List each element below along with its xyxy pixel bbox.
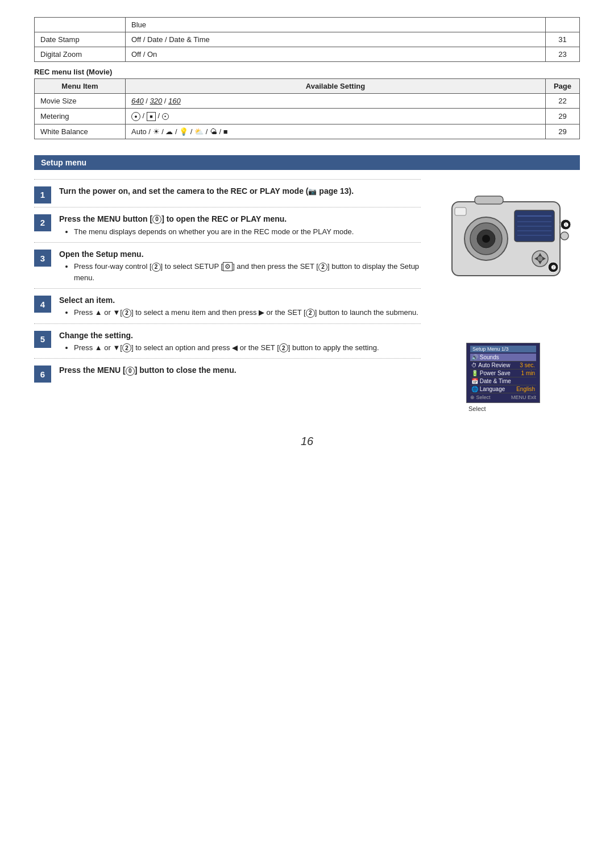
movie-row1-setting: 640 / 320 / 160	[126, 94, 546, 109]
step-3-bullets: Press four-way control [2] to select SET…	[68, 261, 421, 283]
movie-row3-item: White Balance	[35, 124, 126, 139]
svg-text:❷: ❷	[551, 264, 556, 271]
svg-text:❶: ❶	[563, 222, 569, 228]
step-5-bullets: Press ▲ or ▼[2] to select an option and …	[68, 342, 421, 354]
movie-row2-page: 29	[546, 109, 580, 124]
menu-screen-title: Setup Menu 1/3	[470, 346, 536, 352]
step-2-title: Press the MENU button [0] to open the RE…	[59, 214, 421, 224]
autoreview-val: 3 sec.	[520, 362, 535, 368]
movie-row2-item: Metering	[35, 109, 126, 124]
step-2-bullet-1: The menu displays depends on whether you…	[74, 226, 421, 238]
menu-screen-row-powersave: 🔋 Power Save 1 min	[470, 369, 536, 377]
menu-screen-row-language: 🌐 Language English	[470, 385, 536, 393]
svg-rect-6	[475, 196, 503, 204]
steps-area: 1 Turn the power on, and set the camera …	[34, 179, 580, 412]
top-row3-setting: Off / On	[126, 47, 546, 62]
step-1-content: Turn the power on, and set the camera to…	[59, 186, 421, 198]
menu-screen-row-datetime: 📅 Date & Time	[470, 377, 536, 385]
step-number-2: 2	[34, 214, 51, 231]
table-row: Movie Size 640 / 320 / 160 22	[35, 94, 580, 109]
set-label-4: 2	[306, 309, 315, 318]
menu-screen-row-sounds: 🔊 Sounds	[470, 354, 536, 362]
autoreview-label: ⏱ Auto Review	[471, 362, 510, 368]
step-number-1: 1	[34, 186, 51, 203]
table-row: Metering ● / ■ / • 29	[35, 109, 580, 124]
step-4-bullet-1: Press ▲ or ▼[2] to select a menu item an…	[74, 307, 421, 318]
step-5-bullet-1: Press ▲ or ▼[2] to select an option and …	[74, 342, 421, 354]
movie-row1-item: Movie Size	[35, 94, 126, 109]
step-6: 6 Press the MENU [0] button to close the…	[34, 358, 421, 386]
svg-rect-7	[515, 210, 554, 242]
col-header-item: Menu Item	[35, 79, 126, 94]
top-row1-setting: Blue	[126, 18, 546, 32]
step-4: 4 Select an item. Press ▲ or ▼[2] to sel…	[34, 288, 421, 323]
step-1: 1 Turn the power on, and set the camera …	[34, 179, 421, 207]
top-row3-item: Digital Zoom	[35, 47, 126, 62]
language-val: English	[516, 386, 535, 392]
menu-btn-label-6: 0	[126, 367, 135, 376]
circle-2b: 2	[122, 343, 131, 352]
set-label-5: 2	[279, 343, 288, 352]
four-way-label: 2	[152, 263, 161, 272]
step-6-title: Press the MENU [0] button to close the m…	[59, 366, 421, 375]
camera-svg: ❶ ❷	[441, 179, 571, 338]
movie-row1-page: 22	[546, 94, 580, 109]
step-2: 2 Press the MENU button [0] to open the …	[34, 207, 421, 243]
movie-row2-setting: ● / ■ / •	[126, 109, 546, 124]
rec-menu-movie-table: Menu Item Available Setting Page Movie S…	[34, 78, 580, 139]
setup-menu-header: Setup menu	[34, 155, 580, 170]
menu-screen: Setup Menu 1/3 🔊 Sounds ⏱ Auto Review 3 …	[466, 343, 540, 403]
step-number-6: 6	[34, 366, 51, 383]
movie-row3-page: 29	[546, 124, 580, 139]
step-3: 3 Open the Setup menu. Press four-way co…	[34, 242, 421, 288]
step-1-title: Turn the power on, and set the camera to…	[59, 186, 421, 196]
powersave-val: 1 min	[521, 370, 535, 376]
menu-btn-label-2: 0	[152, 215, 161, 224]
top-row2-setting: Off / Date / Date & Time	[126, 32, 546, 47]
top-row1-page	[546, 18, 580, 32]
svg-point-20	[537, 256, 543, 261]
top-row1-item	[35, 18, 126, 32]
language-label: 🌐 Language	[471, 386, 505, 392]
datetime-label: 📅 Date & Time	[471, 378, 511, 384]
table-row: White Balance Auto / ☀ / ☁ / 💡 / ⛅ / 🌤 /…	[35, 124, 580, 139]
menu-screen-footer: ⊕ Select MENU Exit	[470, 394, 536, 400]
menu-screen-mockup: Setup Menu 1/3 🔊 Sounds ⏱ Auto Review 3 …	[466, 343, 580, 412]
top-continuation-table: Blue Date Stamp Off / Date / Date & Time…	[34, 17, 580, 62]
sounds-label: 🔊 Sounds	[471, 354, 499, 360]
powersave-label: 🔋 Power Save	[471, 370, 511, 376]
menu-screen-row-autoreview: ⏱ Auto Review 3 sec.	[470, 362, 536, 369]
svg-rect-5	[455, 207, 466, 215]
step-3-content: Open the Setup menu. Press four-way cont…	[59, 250, 421, 285]
step-5-title: Change the setting.	[59, 331, 421, 340]
step-2-content: Press the MENU button [0] to open the RE…	[59, 214, 421, 239]
svg-point-4	[482, 235, 490, 243]
camera-illustration-area: ❶ ❷ Setup Menu 1/3 🔊 Sounds ⏱ Auto Revie…	[432, 179, 580, 412]
step-3-title: Open the Setup menu.	[59, 250, 421, 259]
step-5: 5 Change the setting. Press ▲ or ▼[2] to…	[34, 323, 421, 359]
step-4-title: Select an item.	[59, 296, 421, 305]
step-4-bullets: Press ▲ or ▼[2] to select a menu item an…	[68, 307, 421, 318]
footer-select: ⊕ Select	[470, 394, 491, 400]
set-label-3: 2	[318, 263, 327, 272]
step-4-content: Select an item. Press ▲ or ▼[2] to selec…	[59, 296, 421, 320]
footer-exit: MENU Exit	[511, 394, 536, 400]
page-number: 16	[34, 435, 580, 448]
steps-list: 1 Turn the power on, and set the camera …	[34, 179, 421, 387]
col-header-setting: Available Setting	[126, 79, 546, 94]
circle-2a: 2	[122, 309, 131, 318]
col-header-page: Page	[546, 79, 580, 94]
top-row2-page: 31	[546, 32, 580, 47]
select-label-caption: Select	[468, 405, 580, 412]
movie-row3-setting: Auto / ☀ / ☁ / 💡 / ⛅ / 🌤 / ■	[126, 124, 546, 139]
step-number-4: 4	[34, 296, 51, 313]
top-row2-item: Date Stamp	[35, 32, 126, 47]
step-number-5: 5	[34, 331, 51, 348]
svg-point-14	[561, 232, 569, 240]
rec-menu-movie-label: REC menu list (Movie)	[34, 68, 580, 76]
step-5-content: Change the setting. Press ▲ or ▼[2] to s…	[59, 331, 421, 355]
step-number-3: 3	[34, 250, 51, 267]
top-row3-page: 23	[546, 47, 580, 62]
step-2-bullets: The menu displays depends on whether you…	[68, 226, 421, 238]
step-6-content: Press the MENU [0] button to close the m…	[59, 366, 421, 377]
